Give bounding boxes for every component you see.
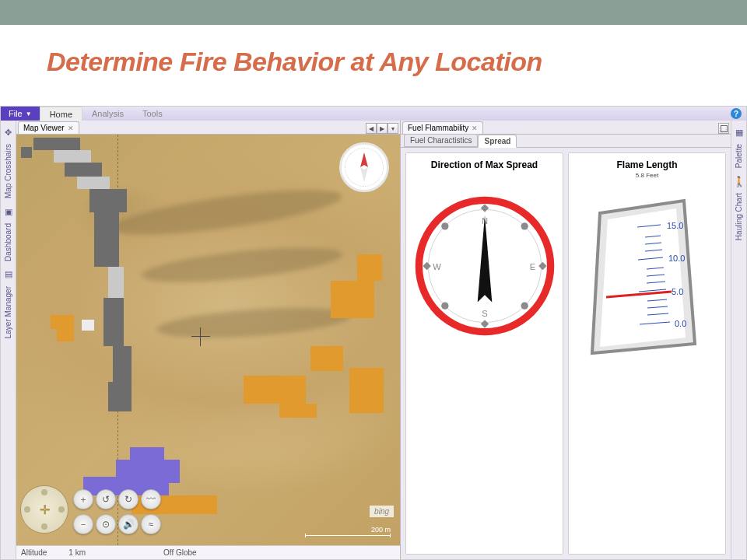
flame-gauge-subtitle: 5.8 Feet — [636, 172, 658, 179]
altitude-label: Altitude — [21, 548, 47, 557]
zoom-out-button[interactable]: － — [73, 514, 93, 534]
close-icon[interactable]: ✕ — [68, 124, 74, 132]
fuel-flammability-tab-label: Fuel Flammability — [408, 124, 468, 132]
map-canvas[interactable]: ✛ ＋ ↺ ↻ 〰 － ⊙ 🔊 ≈ bi — [16, 135, 400, 545]
altitude-value: 1 km — [68, 548, 86, 557]
raster-cell — [357, 254, 382, 281]
tab-home[interactable]: Home — [40, 107, 82, 121]
tab-dropdown-button[interactable]: ▾ — [388, 123, 398, 134]
svg-point-9 — [521, 222, 528, 229]
dock-tab-dashboard[interactable]: Dashboard — [4, 217, 12, 268]
flame-gauge-title: Flame Length — [616, 159, 677, 170]
raster-cell — [54, 150, 91, 163]
map-column: Map Viewer ✕ ◀ ▶ ▾ — [16, 121, 401, 559]
raster-cell — [103, 298, 124, 346]
gauge-row: Direction of Max Spread — [401, 148, 731, 559]
raster-cell — [89, 189, 127, 212]
help-icon[interactable]: ? — [731, 108, 742, 119]
tick-label: 10.0 — [668, 254, 685, 263]
svg-marker-1 — [360, 167, 368, 182]
dashboard-icon: ▣ — [3, 206, 14, 217]
map-viewer-tab-label: Map Viewer — [23, 124, 65, 132]
center-columns: Map Viewer ✕ ◀ ▶ ▾ — [16, 121, 731, 559]
svg-point-11 — [441, 222, 448, 229]
scale-label: 200 m — [371, 526, 391, 534]
tick-label: 15.0 — [667, 221, 683, 230]
raster-cell — [77, 177, 110, 189]
direction-gauge-title: Direction of Max Spread — [431, 159, 538, 170]
raster-cell — [130, 447, 164, 461]
raster-cell — [65, 163, 102, 177]
raster-cell — [82, 320, 94, 331]
close-icon[interactable]: ✕ — [472, 124, 478, 132]
right-dock-rail: ▦ Palette 🚶 Hauling Chart — [731, 121, 746, 559]
raster-cell — [94, 212, 119, 267]
flammability-panel-tabstrip: Fuel Flammability ✕ — [401, 121, 731, 135]
workspace: ✥ Map Crosshairs ▣ Dashboard ▤ Layer Man… — [1, 121, 746, 559]
rotate-ccw-button[interactable]: ↺ — [96, 489, 116, 509]
cardinal-s: S — [482, 309, 487, 318]
map-attribution: bing — [370, 506, 394, 517]
raster-cell — [33, 138, 80, 150]
layers-button[interactable]: ≈ — [141, 514, 161, 534]
rotate-cw-button[interactable]: ↻ — [118, 489, 139, 509]
tab-analysis[interactable]: Analysis — [82, 107, 133, 121]
raster-cell — [57, 329, 74, 341]
slide-top-band — [0, 0, 747, 25]
map-footer: Altitude 1 km Off Globe — [16, 545, 400, 559]
flame-gauge-card: Flame Length 5.8 Feet — [568, 152, 726, 555]
menubar: File Home Analysis Tools ? — [1, 107, 746, 121]
sub-tab-spread[interactable]: Spread — [478, 135, 517, 148]
file-menu-button[interactable]: File — [1, 107, 40, 121]
map-crosshair-icon — [191, 327, 210, 346]
hauling-chart-icon: 🚶 — [734, 176, 745, 187]
map-panel-tabstrip: Map Viewer ✕ ◀ ▶ ▾ — [16, 121, 400, 135]
dock-tab-palette[interactable]: Palette — [735, 138, 743, 174]
volume-button[interactable]: 🔊 — [118, 514, 139, 534]
sub-tab-fuel-characteristics[interactable]: Fuel Charactistics — [404, 134, 478, 147]
raster-cell — [21, 147, 32, 158]
palette-icon: ▦ — [734, 127, 745, 138]
application-window: File Home Analysis Tools ? ✥ Map Crossha… — [0, 106, 747, 560]
raster-cell — [310, 346, 343, 371]
dock-tab-hauling-chart[interactable]: Hauling Chart — [735, 187, 743, 247]
raster-cell — [108, 382, 132, 411]
flammability-column: Fuel Flammability ✕ Fuel Charactistics S… — [401, 121, 731, 559]
svg-point-12 — [441, 303, 448, 310]
cardinal-w: W — [433, 262, 441, 271]
fuel-flammability-tab[interactable]: Fuel Flammability ✕ — [402, 121, 483, 134]
slide-title: Determine Fire Behavior at Any Location — [0, 25, 747, 91]
flammability-sub-tabs: Fuel Charactistics Spread — [401, 135, 731, 148]
flame-length-gauge: 15.0 10.0 5.0 0.0 — [589, 196, 706, 359]
tick-label: 5.0 — [672, 287, 683, 296]
map-viewer-tab[interactable]: Map Viewer ✕ — [18, 121, 79, 134]
raster-cell — [279, 404, 317, 418]
compass-needle-icon — [355, 152, 374, 183]
map-north-compass[interactable] — [339, 142, 389, 192]
dock-tab-layer-manager[interactable]: Layer Manager — [4, 280, 12, 345]
reset-view-button[interactable]: ⊙ — [96, 514, 116, 534]
map-control-row-1: ✛ ＋ ↺ ↻ 〰 — [23, 489, 161, 509]
layer-manager-icon: ▤ — [3, 269, 14, 280]
terrain-toggle-button[interactable]: 〰 — [141, 489, 161, 509]
zoom-in-button[interactable]: ＋ — [73, 489, 93, 509]
left-dock-rail: ✥ Map Crosshairs ▣ Dashboard ▤ Layer Man… — [1, 121, 16, 559]
tick-label: 0.0 — [675, 319, 686, 328]
raster-cell — [244, 376, 306, 404]
raster-cell — [51, 315, 74, 329]
globe-status: Off Globe — [163, 548, 197, 557]
tab-next-button[interactable]: ▶ — [377, 123, 388, 134]
raster-cell — [331, 281, 374, 318]
direction-gauge-card: Direction of Max Spread — [405, 152, 563, 555]
raster-cell — [349, 368, 384, 413]
cardinal-e: E — [529, 262, 535, 271]
svg-marker-0 — [360, 152, 368, 167]
map-crosshairs-icon: ✥ — [3, 127, 14, 138]
svg-point-10 — [521, 303, 528, 310]
direction-compass-gauge: N S W E — [412, 194, 557, 338]
tab-tools[interactable]: Tools — [133, 107, 172, 121]
map-scale-bar: 200 m — [305, 526, 391, 536]
tab-prev-button[interactable]: ◀ — [366, 123, 377, 134]
maximize-panel-button[interactable] — [718, 123, 729, 134]
dock-tab-map-crosshairs[interactable]: Map Crosshairs — [4, 138, 12, 205]
